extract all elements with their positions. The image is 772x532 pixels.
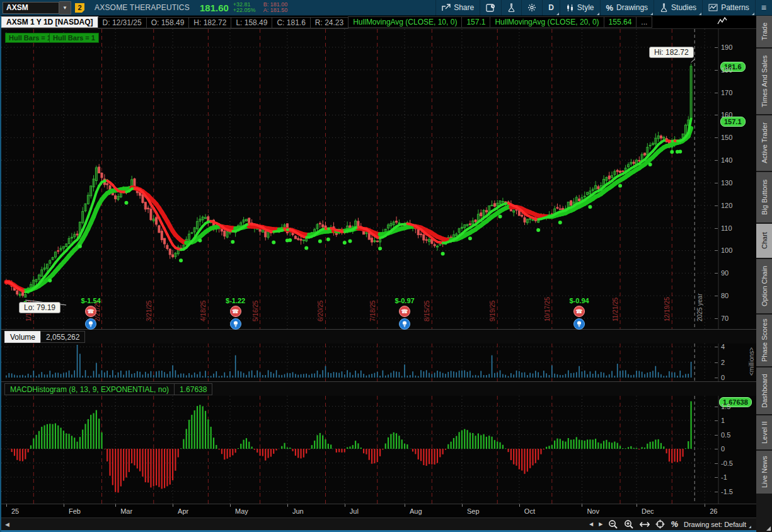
earnings-call-icon[interactable]: ☎ (230, 306, 241, 317)
dividend-marker[interactable]: $-1.22☎ (222, 297, 250, 330)
sidebar-tab-phase-scores[interactable]: Phase Scores (756, 315, 772, 366)
report-icon (486, 4, 495, 12)
candle-body (559, 209, 561, 209)
resize-grip[interactable] (766, 526, 771, 531)
month-tick (287, 504, 288, 507)
ohlc-field: H: 182.72 (188, 17, 231, 28)
dividend-marker[interactable]: $-0.97☎ (391, 297, 418, 330)
hull-signal-dot (326, 238, 330, 241)
patterns-icon (708, 4, 718, 11)
more-studies[interactable]: ... (636, 16, 652, 28)
time-axis: 25FebMarAprMayJunJulAugSepOctNovDec26 (1, 504, 756, 518)
price-tick-label: 140 (721, 156, 732, 164)
crosshair-icon[interactable] (655, 519, 665, 529)
macd-label[interactable]: MACDHistogram (8, 13, 9, EXPONENTIAL, no… (4, 383, 175, 395)
drawings-icon: % (606, 3, 614, 13)
link-group-badge[interactable]: 2 (75, 3, 84, 13)
sidebar-tab-dashboard[interactable]: Dashboard (756, 367, 772, 414)
style-button[interactable]: Style (560, 0, 600, 16)
idea-icon[interactable] (85, 318, 96, 330)
volume-label[interactable]: Volume (4, 331, 41, 343)
menu-button[interactable]: ≡ (755, 0, 772, 16)
volume-tick-label: 0 (721, 374, 725, 381)
symbol-dropdown-button[interactable]: ▼ (59, 1, 71, 14)
hull-signal-dot (378, 246, 382, 250)
ohlc-field: D: 12/31/25 (98, 17, 147, 28)
analyze-button[interactable] (501, 0, 521, 16)
candle-body (420, 234, 422, 234)
earnings-call-icon[interactable]: ☎ (573, 306, 585, 317)
sidebar-tab-live-news[interactable]: Live News (756, 451, 772, 494)
chart-actions-icon[interactable] (717, 16, 727, 28)
idea-icon[interactable] (230, 318, 241, 330)
earnings-call-icon[interactable]: ☎ (85, 306, 96, 317)
percent-tool-icon[interactable]: % (671, 519, 678, 529)
candle-body (396, 221, 398, 223)
price-tick-label: 100 (721, 246, 732, 254)
bid-ask: B: 181.00 A: 181.50 (263, 2, 288, 13)
month-label: Mar (120, 507, 132, 515)
patterns-button[interactable]: Patterns (702, 0, 755, 16)
timeframe-button[interactable]: D (542, 0, 560, 16)
macd-panel[interactable]: 1.67638 1.510.50-0.5-1-1.5 (1, 396, 756, 504)
symbol-input[interactable]: AXSM (3, 2, 59, 14)
studies-button[interactable]: Studies (654, 0, 702, 16)
fit-width-icon[interactable] (640, 521, 650, 528)
pan-right-icon[interactable]: ▶ (599, 521, 602, 527)
sidebar-tab-big-buttons[interactable]: Big Buttons (756, 172, 772, 223)
earnings-call-icon[interactable]: ☎ (399, 306, 410, 317)
dividend-marker[interactable]: $-1.54☎ (77, 297, 105, 330)
sidebar-tab-option-chain[interactable]: Option Chain (756, 259, 772, 313)
month-tick (6, 504, 7, 507)
price-panel[interactable]: Hull Bars = 1Hull Bars = 1 Hi: 182.72 Lo… (1, 28, 756, 330)
price-tick (715, 160, 718, 161)
zoom-in-icon[interactable] (624, 519, 634, 529)
hull-signal-dot (670, 150, 674, 154)
volume-panel[interactable]: <millions> 420 (1, 344, 756, 381)
month-label: Dec (642, 507, 654, 515)
dividend-amount: $-0.94 (569, 297, 589, 304)
expiration-label: 3/21/25 (146, 276, 153, 321)
candle-body (115, 195, 117, 199)
hull-signal-dot (198, 238, 202, 242)
candle-body (76, 234, 78, 235)
scroll-left-icon[interactable]: ◀ (5, 521, 9, 528)
drawing-set-button[interactable]: Drawing set: Default (684, 521, 751, 528)
dividend-amount: $-0.97 (395, 297, 414, 304)
study2-label[interactable]: HullMovingAvg (CLOSE, 20, 0) (490, 16, 604, 28)
candle-body (475, 220, 476, 222)
pan-left-icon[interactable]: ◀ (589, 521, 593, 527)
candle-body (169, 249, 171, 255)
report-button[interactable] (480, 0, 501, 16)
macd-value: 1.67638 (174, 383, 212, 395)
month-tick (64, 504, 64, 507)
sidebar-tab-active-trader[interactable]: Active Trader (756, 115, 772, 171)
sidebar-tab-chart[interactable]: Chart (756, 224, 772, 258)
candle-body (294, 236, 296, 239)
month-tick (115, 504, 116, 507)
expiration-label: 1/17/25 (25, 276, 32, 321)
dividend-marker[interactable]: $-0.94☎ (565, 297, 593, 330)
macd-tick-label: -1.5 (721, 488, 733, 495)
price-tick (715, 93, 718, 93)
gadget-sidebar: TradeTimes And SalesActive TraderBig But… (756, 16, 772, 532)
share-button[interactable]: Share (435, 0, 480, 16)
sidebar-tab-level-ii[interactable]: Level II (756, 415, 772, 449)
month-label: Jul (350, 507, 359, 515)
settings-button[interactable] (521, 0, 542, 16)
idea-icon[interactable] (573, 318, 585, 330)
sidebar-tab-times-and-sales[interactable]: Times And Sales (756, 49, 772, 114)
idea-icon[interactable] (399, 318, 410, 330)
sidebar-tab-trade[interactable]: Trade (756, 16, 772, 47)
thinkorswim-window: AXSM ▼ 2 AXSOME THERAPEUTICS 181.60 +32.… (0, 0, 772, 532)
candle-body (485, 211, 487, 212)
price-tick-label: 160 (721, 111, 732, 119)
study2-value: 155.64 (604, 16, 637, 28)
drawings-button[interactable]: % Drawings (600, 0, 654, 16)
candle-body (144, 202, 146, 209)
candle-body (556, 207, 558, 208)
candle-body (368, 233, 370, 240)
price-tick (715, 137, 718, 138)
study1-label[interactable]: HullMovingAvg (CLOSE, 10, 0) (348, 16, 462, 28)
zoom-out-icon[interactable] (608, 519, 618, 529)
